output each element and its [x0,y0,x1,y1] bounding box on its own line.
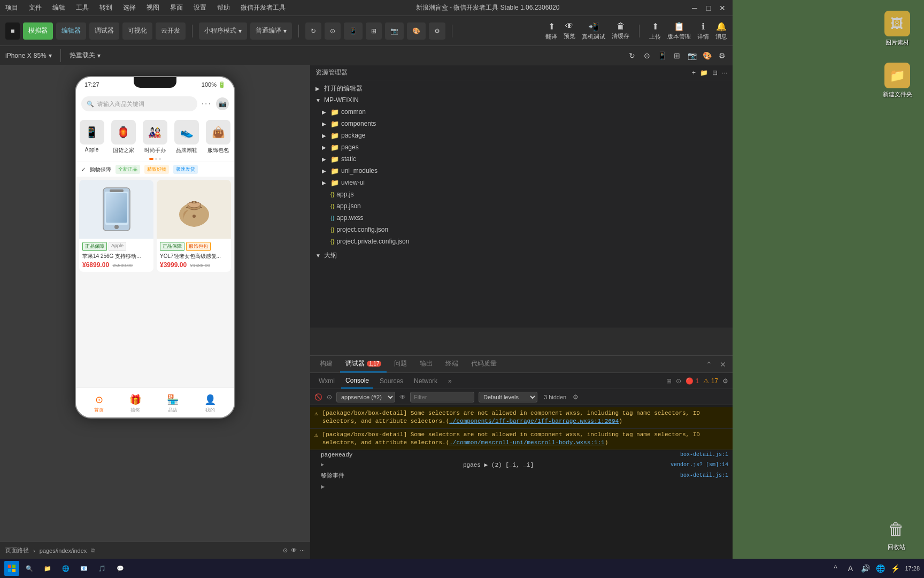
sub-tab-network[interactable]: Network [410,373,442,389]
screenshot-sim-icon[interactable]: 📷 [687,50,697,61]
desktop-icon-photos[interactable]: 🖼 图片素材 [884,11,910,47]
taskbar-lang-icon[interactable]: A [845,563,856,574]
portrait-icon[interactable]: 📱 [657,50,667,61]
category-shoes[interactable]: 👟 品牌潮鞋 [172,120,201,154]
more-icon[interactable]: ··· [202,99,212,109]
menu-item-help[interactable]: 帮助 [217,3,230,12]
more-options-icon[interactable]: ··· [722,69,727,77]
da-jia-section[interactable]: ▼ 大纲 [310,249,733,261]
nav-lottery[interactable]: 🎁 抽奖 [129,394,141,414]
menu-item-settings[interactable]: 设置 [194,3,206,12]
product-card-2[interactable]: 正品保障 服饰包包 YOL7轻奢女包高级感复... ¥3999.00 ¥1688… [157,180,231,272]
desktop-icon-folder[interactable]: 📁 新建文件夹 [883,63,912,98]
dots-icon[interactable]: ··· [300,547,305,554]
console-settings2-icon[interactable]: ⚙ [573,393,579,401]
category-guohuo[interactable]: 🏮 国货之家 [109,120,138,154]
taskbar-clock[interactable]: 17:28 [905,565,920,572]
simulator-btn[interactable]: 模拟器 [23,22,53,40]
pageready-link[interactable]: box-detail.js:1 [680,452,728,458]
menu-item-project[interactable]: 项目 [5,3,18,12]
tab-output[interactable]: 输出 [414,356,438,372]
clear-cache-btn[interactable]: 🗑 清缓存 [612,21,629,40]
new-folder-icon[interactable]: 📁 [700,69,708,77]
console-clear-icon[interactable]: 🚫 [314,393,322,401]
editor-btn[interactable]: 编辑器 [56,22,86,40]
nav-profile[interactable]: 👤 我的 [204,394,216,414]
sub-tab-console[interactable]: Console [341,373,373,389]
expand-icon[interactable]: ▶ [321,483,325,491]
sub-tab-more[interactable]: » [444,373,456,389]
warning-link-2[interactable]: ./common/mescroll-uni/mescroll-body.wxss… [449,439,604,446]
menu-item-view[interactable]: 视图 [147,3,159,12]
settings-icon-btn[interactable]: ⚙ [429,22,445,40]
black-btn[interactable]: ■ [5,22,20,40]
pgaes-link[interactable]: vendor.js? [sm]:14 [671,462,728,468]
product-card-1[interactable]: 正品保障 Apple 苹果14 256G 支持移动... ¥6899.00 ¥5… [79,180,153,272]
stop-btn[interactable]: ⊙ [325,22,341,40]
context-selector[interactable]: appservice (#2) [336,392,395,402]
upload-btn[interactable]: ⬆ 上传 [649,21,661,41]
quality-badge-fast[interactable]: 极速发货 [173,165,198,174]
debugger-btn[interactable]: 调试器 [89,22,119,40]
menu-bar[interactable]: 项目 文件 编辑 工具 转到 选择 视图 界面 设置 帮助 微信开发者工具 [5,3,286,12]
version-btn[interactable]: 📋 版本管理 [667,21,691,41]
nav-shop[interactable]: 🏪 品店 [167,394,179,414]
new-file-icon[interactable]: + [692,69,696,77]
taskbar-chat[interactable]: 💬 [112,561,128,576]
taskbar-search[interactable]: 🔍 [21,561,37,576]
taskbar-volume-icon[interactable]: 🔊 [860,563,871,574]
detail-btn[interactable]: ℹ 详情 [697,21,709,41]
tab-issues[interactable]: 问题 [389,356,412,372]
record-icon[interactable]: ⊙ [642,50,652,61]
console-dock-icon[interactable]: ⊞ [666,377,672,385]
start-button[interactable] [4,561,19,576]
pgaes-expand[interactable]: ▶ [321,461,324,468]
menu-item-weixin[interactable]: 微信开发者工具 [241,3,286,12]
inspect-icon[interactable]: ⊙ [283,547,288,554]
cloud-btn[interactable]: 云开发 [156,22,186,40]
taskbar-chevron-icon[interactable]: ^ [830,563,841,574]
screenshot-btn[interactable]: 📷 [385,22,404,40]
file-appjs[interactable]: ▶ {} app.js [310,188,733,200]
minimize-button[interactable]: ─ [690,3,699,13]
category-fashion[interactable]: 🎎 时尚手办 [141,120,170,154]
close-button[interactable]: ✕ [718,3,727,13]
quality-badge-fine[interactable]: 精致好物 [144,165,169,174]
folder-common[interactable]: ▶ 📁 common [310,106,733,118]
devtools-close-icon[interactable]: ✕ [718,359,728,370]
taskbar-music[interactable]: 🎵 [94,561,110,576]
quality-badge-new[interactable]: 全新正品 [116,165,140,174]
taskbar-mail[interactable]: 📧 [76,561,92,576]
menu-item-file[interactable]: 文件 [29,3,42,12]
refresh-sim-icon[interactable]: ↻ [627,50,637,61]
tab-build[interactable]: 构建 [314,356,338,372]
real-device-btn[interactable]: 📲 真机调试 [582,21,605,41]
message-btn[interactable]: 🔔 消息 [715,21,727,41]
recycle-bin-icon[interactable]: 🗑 回收站 [884,518,908,551]
settings-sim-icon[interactable]: ⚙ [717,50,727,61]
eye-icon[interactable]: 👁 [291,547,297,554]
level-selector[interactable]: Default levels [479,392,537,402]
phone-btn[interactable]: 📱 [344,22,363,40]
folder-uni-modules[interactable]: ▶ 📁 uni_modules [310,165,733,177]
filter-input[interactable] [410,392,474,402]
paint-btn[interactable]: 🎨 [407,22,426,40]
brush-icon[interactable]: 🎨 [702,50,712,61]
folder-uview-ui[interactable]: ▶ 📁 uview-ui [310,177,733,188]
tab-codequality[interactable]: 代码质量 [466,356,502,372]
folder-pages[interactable]: ▶ 📁 pages [310,141,733,153]
mp-weixin-section[interactable]: ▼ MP-WEIXIN [310,94,733,106]
menu-item-goto[interactable]: 转到 [99,3,112,12]
window-controls[interactable]: ─ □ ✕ [690,3,727,13]
taskbar-explorer[interactable]: 📁 [40,561,56,576]
device-selector[interactable]: iPhone X 85% ▾ [5,52,52,59]
sub-tab-sources[interactable]: Sources [375,373,407,389]
open-editors-section[interactable]: ▶ 打开的编辑器 [310,82,733,94]
taskbar-network-icon[interactable]: 🌐 [875,563,886,574]
taskbar-edge[interactable]: 🌐 [58,561,74,576]
file-projectprivate[interactable]: ▶ {} project.private.config.json [310,235,733,247]
tab-debugger[interactable]: 调试器 1,17 [340,356,387,372]
hot-reload-toggle[interactable]: 热重载关 ▾ [70,51,101,60]
file-projectconfig[interactable]: ▶ {} project.config.json [310,224,733,235]
folder-components[interactable]: ▶ 📁 components [310,118,733,130]
